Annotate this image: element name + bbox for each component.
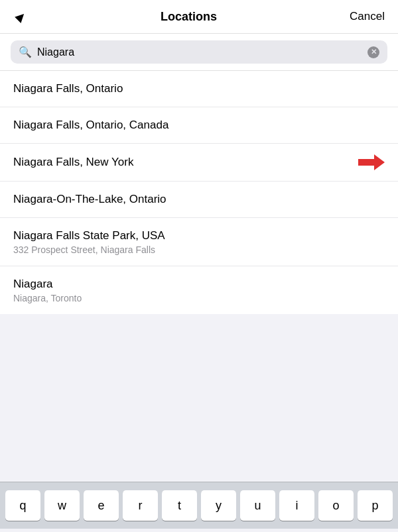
search-bar: 🔍 ✕ <box>11 40 387 64</box>
key-w[interactable]: w <box>44 490 80 521</box>
search-icon: 🔍 <box>19 46 32 58</box>
list-item[interactable]: Niagara Falls, New York <box>0 144 398 182</box>
key-p[interactable]: p <box>358 490 393 521</box>
key-i[interactable]: i <box>279 490 314 521</box>
key-e[interactable]: e <box>84 490 119 521</box>
search-input[interactable] <box>37 46 362 58</box>
cancel-button[interactable]: Cancel <box>350 10 385 23</box>
list-item[interactable]: NiagaraNiagara, Toronto <box>0 266 398 314</box>
list-item[interactable]: Niagara Falls, Ontario <box>0 71 398 107</box>
search-bar-container: 🔍 ✕ <box>0 34 398 71</box>
red-arrow-svg <box>358 154 385 170</box>
key-t[interactable]: t <box>162 490 197 521</box>
result-main-text: Niagara-On-The-Lake, Ontario <box>13 192 385 207</box>
keyboard-row: qwertyuiop <box>0 482 398 529</box>
key-q[interactable]: q <box>5 490 40 521</box>
results-list: Niagara Falls, OntarioNiagara Falls, Ont… <box>0 71 398 314</box>
header: ► Locations Cancel <box>0 0 398 34</box>
list-item[interactable]: Niagara-On-The-Lake, Ontario <box>0 182 398 218</box>
page-title: Locations <box>28 10 350 24</box>
key-o[interactable]: o <box>318 490 354 521</box>
list-item[interactable]: Niagara Falls, Ontario, Canada <box>0 107 398 144</box>
svg-marker-0 <box>358 154 385 170</box>
result-main-text: Niagara Falls, Ontario <box>13 81 385 96</box>
key-y[interactable]: y <box>201 490 236 521</box>
result-main-text: Niagara Falls State Park, USA <box>13 229 385 243</box>
clear-search-button[interactable]: ✕ <box>367 46 379 58</box>
result-sub-text: 332 Prospect Street, Niagara Falls <box>13 244 385 255</box>
result-main-text: Niagara <box>13 277 385 292</box>
result-main-text: Niagara Falls, Ontario, Canada <box>13 118 385 133</box>
result-sub-text: Niagara, Toronto <box>13 293 385 303</box>
result-main-text: Niagara Falls, New York <box>13 155 350 170</box>
selection-arrow-icon <box>358 154 385 170</box>
key-u[interactable]: u <box>240 490 275 521</box>
key-r[interactable]: r <box>123 490 158 521</box>
content-area: 🔍 ✕ Niagara Falls, OntarioNiagara Falls,… <box>0 34 398 529</box>
list-item[interactable]: Niagara Falls State Park, USA332 Prospec… <box>0 218 398 266</box>
